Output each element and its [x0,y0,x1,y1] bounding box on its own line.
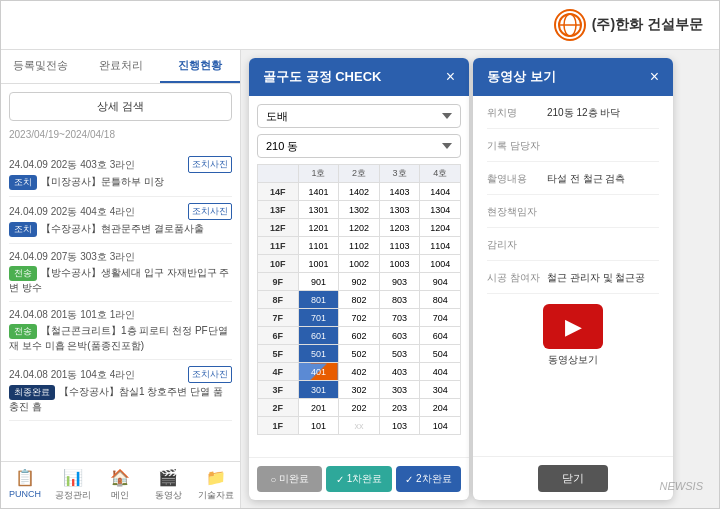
cell[interactable]: 204 [420,399,461,417]
cell[interactable]: 604 [420,327,461,345]
cell-highlighted[interactable]: 701 [298,309,339,327]
nav-punch[interactable]: 📋 PUNCH [1,462,49,508]
cell[interactable]: 703 [379,309,420,327]
feed-badge: 전송 [9,324,37,339]
cell[interactable]: 1103 [379,237,420,255]
col-header-3: 3호 [379,165,420,183]
feed-action[interactable]: 조치사진 [188,156,232,173]
floor-label: 9F [258,273,299,291]
incomplete-btn[interactable]: ○ 미완료 [257,466,322,492]
cell[interactable]: 803 [379,291,420,309]
cell[interactable]: 1004 [420,255,461,273]
col-header-2: 2호 [339,165,380,183]
cell[interactable]: 203 [379,399,420,417]
video-thumbnail[interactable]: ▶ 동영상보기 [487,304,659,367]
table-row: 7F 701702703704 [258,309,461,327]
sidebar: 등록및전송 완료처리 진행현황 상세 검색 2023/04/19~2024/04… [1,50,241,508]
dong-select[interactable]: 210 동 [257,134,461,158]
video-modal-close[interactable]: × [650,69,659,85]
check-modal-close[interactable]: × [446,69,455,85]
category-select[interactable]: 도배 [257,104,461,128]
feed-badge: 최종완료 [9,385,55,400]
cell[interactable]: 901 [298,273,339,291]
cell[interactable]: 603 [379,327,420,345]
cell[interactable]: 804 [420,291,461,309]
cell[interactable]: 503 [379,345,420,363]
video-modal-header: 동영상 보기 × [473,58,673,96]
cell[interactable]: 1401 [298,183,339,201]
incomplete-icon: ○ [270,474,276,485]
feed-action[interactable]: 조치사진 [188,203,232,220]
search-button[interactable]: 상세 검색 [9,92,232,121]
cell[interactable]: 1402 [339,183,380,201]
cell[interactable]: 504 [420,345,461,363]
floor-label: 13F [258,201,299,219]
cell[interactable]: xx [339,417,380,435]
close-button[interactable]: 닫기 [538,465,608,492]
cell[interactable]: 1204 [420,219,461,237]
cell[interactable]: 101 [298,417,339,435]
cell[interactable]: 302 [339,381,380,399]
tab-complete[interactable]: 완료처리 [81,50,161,83]
feed-text: 【미장공사】문틀하부 미장 [41,176,164,187]
cell-half-highlighted[interactable]: 401 [298,363,339,381]
feed-action[interactable]: 조치사진 [188,366,232,383]
cell[interactable]: 1101 [298,237,339,255]
cell[interactable]: 404 [420,363,461,381]
cell[interactable]: 303 [379,381,420,399]
cell[interactable]: 1201 [298,219,339,237]
nav-main[interactable]: 🏠 메인 [97,462,145,508]
cell[interactable]: 1202 [339,219,380,237]
app-container: (주)한화 건설부문 등록및전송 완료처리 진행현황 상세 검색 2023/04… [0,0,720,509]
cell[interactable]: 1304 [420,201,461,219]
cell[interactable]: 1102 [339,237,380,255]
tab-registration[interactable]: 등록및전송 [1,50,81,83]
first-complete-icon: ✓ [336,474,344,485]
cell[interactable]: 904 [420,273,461,291]
cell[interactable]: 1404 [420,183,461,201]
cell[interactable]: 1001 [298,255,339,273]
cell[interactable]: 1002 [339,255,380,273]
content-label: 촬영내용 [487,172,547,186]
col-header-1: 1호 [298,165,339,183]
cell[interactable]: 202 [339,399,380,417]
first-complete-btn[interactable]: ✓ 1차완료 [326,466,391,492]
floor-label: 11F [258,237,299,255]
cell[interactable]: 1104 [420,237,461,255]
date-range: 2023/04/19~2024/04/18 [1,129,240,146]
cell[interactable]: 902 [339,273,380,291]
cell[interactable]: 104 [420,417,461,435]
cell[interactable]: 1003 [379,255,420,273]
cell-highlighted[interactable]: 301 [298,381,339,399]
cell-highlighted[interactable]: 801 [298,291,339,309]
cell[interactable]: 602 [339,327,380,345]
nav-docs[interactable]: 📁 기술자료 [192,462,240,508]
cell[interactable]: 201 [298,399,339,417]
cell[interactable]: 1403 [379,183,420,201]
nav-label: PUNCH [9,489,41,499]
cell[interactable]: 1203 [379,219,420,237]
second-complete-btn[interactable]: ✓ 2차완료 [396,466,461,492]
nav-video[interactable]: 🎬 동영상 [144,462,192,508]
cell[interactable]: 702 [339,309,380,327]
feed-badge: 조치 [9,175,37,190]
cell-highlighted[interactable]: 601 [298,327,339,345]
cell[interactable]: 403 [379,363,420,381]
check-modal-title: 골구도 공정 CHECK [263,68,381,86]
nav-label: 동영상 [155,489,182,502]
floor-label: 7F [258,309,299,327]
cell[interactable]: 502 [339,345,380,363]
cell-highlighted[interactable]: 501 [298,345,339,363]
cell[interactable]: 802 [339,291,380,309]
cell[interactable]: 1303 [379,201,420,219]
tab-progress[interactable]: 진행현황 [160,50,240,83]
cell[interactable]: 704 [420,309,461,327]
cell[interactable]: 1301 [298,201,339,219]
nav-process[interactable]: 📊 공정관리 [49,462,97,508]
info-row-location: 위치명 210동 12층 바닥 [487,106,659,129]
cell[interactable]: 304 [420,381,461,399]
cell[interactable]: 1302 [339,201,380,219]
cell[interactable]: 103 [379,417,420,435]
cell[interactable]: 903 [379,273,420,291]
cell[interactable]: 402 [339,363,380,381]
